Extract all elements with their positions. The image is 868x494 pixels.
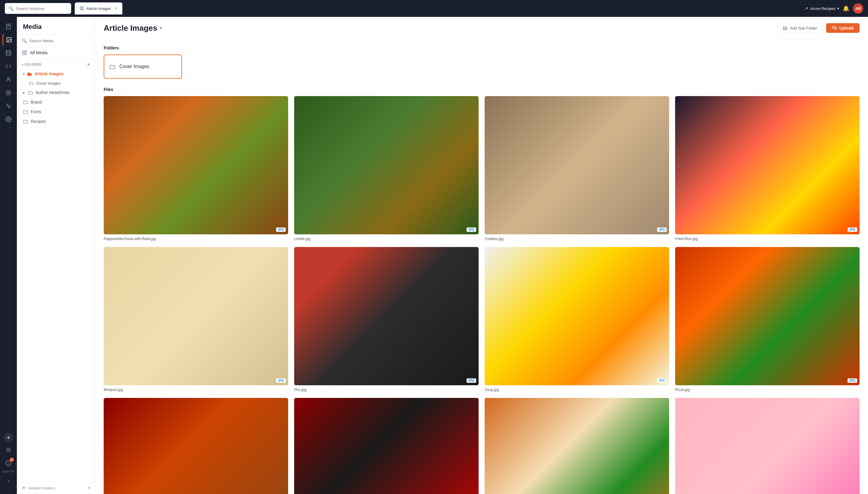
file-card[interactable]: JPGPizza.jpg xyxy=(675,247,860,392)
sidebar-title: Media xyxy=(17,17,95,35)
main-layout: + 2 2 417F 777 › Media 🔍 All Media xyxy=(0,17,868,494)
file-name: Pho.jpg xyxy=(294,388,479,392)
folders-chevron-down-icon: ▾ xyxy=(22,63,23,66)
file-type-badge: JPG xyxy=(276,378,286,383)
notification-button[interactable]: 🔔 xyxy=(843,5,849,12)
title-chevron-icon[interactable]: ▾ xyxy=(160,25,162,31)
hidden-folders-toggle[interactable]: 👁 Hidden Folders ▾ xyxy=(17,482,95,494)
upload-button[interactable]: Upload xyxy=(826,23,860,33)
nav-icon-gear[interactable] xyxy=(2,113,15,125)
file-type-badge: JPG xyxy=(657,378,667,383)
svg-rect-16 xyxy=(22,51,24,52)
nav-icon-settings-circle[interactable] xyxy=(2,87,15,99)
sidebar-item-article-images[interactable]: ▾ Article Images xyxy=(17,69,95,79)
sidebar-item-brand[interactable]: Brand xyxy=(17,97,95,107)
nav-icon-code[interactable] xyxy=(2,60,15,72)
file-thumbnail: JPG xyxy=(485,96,669,234)
file-type-badge: JPG xyxy=(848,227,857,232)
badge-count: 2 xyxy=(10,458,14,462)
file-card[interactable]: JPGBhelpuri.jpg xyxy=(104,247,288,392)
subfolder-card-name: Cover Images xyxy=(119,64,149,69)
sidebar-item-fonts[interactable]: Fonts xyxy=(17,107,95,117)
file-thumbnail: JPG xyxy=(104,96,288,234)
content-scroll: Folders Cover Images Files JPGPappardell… xyxy=(95,38,868,494)
nav-icons: + 2 2 417F 777 › xyxy=(0,17,17,494)
nav-icon-add[interactable]: + xyxy=(4,433,13,442)
search-instance-container: 🔍 xyxy=(5,3,71,14)
add-folder-button[interactable]: + xyxy=(87,62,90,67)
nav-icon-list[interactable] xyxy=(2,444,15,456)
sidebar-item-cover-images[interactable]: Cover Images xyxy=(17,79,95,88)
folder-open-icon xyxy=(27,71,32,77)
upload-icon xyxy=(832,25,837,31)
grid-icon xyxy=(22,50,27,55)
file-thumbnail: JPG xyxy=(294,96,479,234)
folder-chevron-down-icon: ▾ xyxy=(23,72,24,76)
sidebar-item-author-headshots[interactable]: ▶ Author Headshots xyxy=(17,88,95,97)
file-name: Pappardelle-Pasta-with-Basil.jpg xyxy=(104,237,288,241)
svg-point-7 xyxy=(7,77,10,79)
svg-rect-18 xyxy=(22,53,24,55)
nav-icon-badge[interactable]: 2 2 xyxy=(2,457,15,469)
nav-icon-database[interactable] xyxy=(2,47,15,59)
folder-fonts-label: Fonts xyxy=(31,109,41,114)
folders-section-header: ▾ FOLDERS + xyxy=(17,59,95,69)
folder-recipes-label: Recipes xyxy=(31,119,46,124)
content-actions: Add Sub Folder Upload xyxy=(778,23,860,33)
file-card[interactable]: JPGSoup.jpg xyxy=(485,247,669,392)
file-type-badge: JPG xyxy=(466,227,476,232)
search-instance-input[interactable] xyxy=(16,6,68,11)
folder-icon-cover xyxy=(29,81,34,86)
sidebar-search-input[interactable] xyxy=(29,39,90,43)
folder-cover-images-label: Cover Images xyxy=(36,81,60,86)
nav-icon-chart[interactable] xyxy=(2,100,15,112)
file-card[interactable]: JPGLentils.jpg xyxy=(294,96,479,241)
nav-icons-bottom: + 2 2 417F 777 › xyxy=(2,433,15,490)
external-link-icon: ↗ xyxy=(805,6,808,11)
files-section-label: Files xyxy=(104,87,860,92)
file-card[interactable]: JPGBurger.jpg xyxy=(485,398,669,494)
all-media-label: All Media xyxy=(30,50,48,55)
tab-label: Article Images xyxy=(86,6,111,11)
svg-rect-0 xyxy=(6,24,10,29)
file-card[interactable]: JPGCurry.jpg xyxy=(104,398,288,494)
search-instance-icon: 🔍 xyxy=(8,6,14,11)
tab-article-images[interactable]: 🖼 Article Images ✕ xyxy=(75,2,122,15)
add-subfolder-button[interactable]: Add Sub Folder xyxy=(778,23,822,33)
file-card[interactable]: JPGCupcake.jpg xyxy=(675,398,860,494)
version-label: 417F 777 xyxy=(3,470,14,474)
folder-icon-fonts xyxy=(23,109,28,114)
file-type-badge: JPG xyxy=(466,378,476,383)
avatar[interactable]: AR xyxy=(853,3,863,14)
file-thumbnail: JPG xyxy=(675,96,860,234)
file-thumbnail: JPG xyxy=(294,247,479,385)
page-title: Article Images xyxy=(104,23,157,33)
nav-icon-expand[interactable]: › xyxy=(2,475,15,487)
file-type-badge: JPG xyxy=(657,227,667,232)
nav-icon-document[interactable] xyxy=(2,20,15,33)
nav-icon-media[interactable] xyxy=(2,34,15,46)
file-name: Fried-Rice.jpg xyxy=(675,237,860,241)
file-card[interactable]: JPGPappardelle-Pasta-with-Basil.jpg xyxy=(104,96,288,241)
subfolder-card-cover-images[interactable]: Cover Images xyxy=(104,55,182,79)
files-grid: JPGPappardelle-Pasta-with-Basil.jpgJPGLe… xyxy=(104,96,860,494)
folder-chevron-right-icon: ▶ xyxy=(23,91,25,94)
file-type-badge: JPG xyxy=(848,378,857,383)
tab-bar: 🖼 Article Images ✕ xyxy=(75,2,801,15)
file-thumbnail: JPG xyxy=(104,398,288,494)
tab-close-icon[interactable]: ✕ xyxy=(114,6,117,11)
folder-author-headshots-label: Author Headshots xyxy=(36,90,69,95)
subfolders-grid: Cover Images xyxy=(104,55,860,79)
folder-icon-recipes xyxy=(23,119,28,124)
file-name: Bhelpuri.jpg xyxy=(104,388,288,392)
sidebar-item-recipes[interactable]: Recipes xyxy=(17,117,95,126)
instance-name[interactable]: ↗ Acme Recipes ▾ xyxy=(805,6,839,11)
file-name: Soup.jpg xyxy=(485,388,669,392)
file-card[interactable]: JPGPho.jpg xyxy=(294,247,479,392)
file-card[interactable]: JPGChili.jpg xyxy=(294,398,479,494)
eye-icon: 👁 xyxy=(22,486,26,490)
sidebar-all-media[interactable]: All Media xyxy=(17,47,95,59)
file-card[interactable]: JPGFried-Rice.jpg xyxy=(675,96,860,241)
nav-icon-person[interactable] xyxy=(2,74,15,86)
file-card[interactable]: JPGCookies.jpg xyxy=(485,96,669,241)
